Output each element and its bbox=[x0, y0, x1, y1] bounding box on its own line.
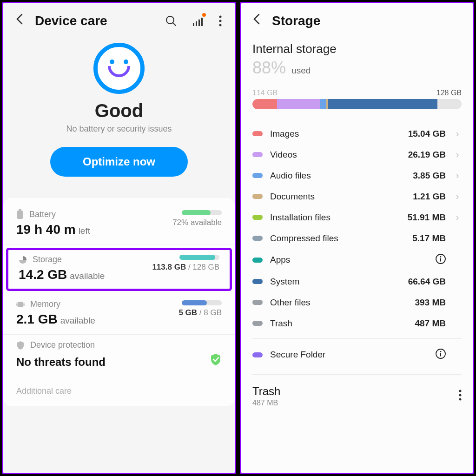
category-color-pill bbox=[252, 131, 263, 136]
category-color-pill bbox=[252, 173, 263, 178]
signal-icon[interactable] bbox=[192, 15, 204, 27]
category-name: Secure Folder bbox=[270, 350, 428, 360]
category-row[interactable]: Audio files3.85 GB› bbox=[252, 165, 462, 186]
chevron-right-icon: › bbox=[453, 191, 462, 202]
shield-check-icon bbox=[210, 353, 222, 368]
divider bbox=[252, 338, 462, 339]
back-icon[interactable] bbox=[252, 13, 262, 29]
category-name: Images bbox=[270, 129, 401, 139]
category-color-pill bbox=[252, 300, 263, 305]
bar-labels: 114 GB 128 GB bbox=[252, 89, 462, 97]
trash-section[interactable]: Trash 487 MB bbox=[252, 383, 462, 416]
category-color-pill bbox=[252, 194, 263, 199]
bar-used-label: 114 GB bbox=[252, 89, 278, 97]
category-name: Videos bbox=[270, 150, 401, 160]
svg-rect-3 bbox=[196, 21, 197, 26]
svg-rect-5 bbox=[201, 18, 203, 26]
chevron-right-icon: › bbox=[453, 149, 462, 160]
category-row[interactable]: Images15.04 GB› bbox=[252, 123, 462, 144]
shield-icon bbox=[16, 341, 25, 350]
header: Device care bbox=[3, 3, 235, 38]
more-icon[interactable] bbox=[459, 389, 462, 403]
storage-segment bbox=[277, 99, 320, 109]
category-name: Documents bbox=[270, 192, 405, 202]
category-color-pill bbox=[252, 279, 263, 284]
category-row[interactable]: Other files393 MB bbox=[252, 292, 462, 313]
category-name: Other files bbox=[270, 298, 407, 308]
protection-value: No threats found bbox=[16, 356, 106, 369]
category-row[interactable]: Compressed files5.17 MB bbox=[252, 228, 462, 249]
additional-care-label: Additional care bbox=[3, 376, 235, 406]
category-value: 66.64 GB bbox=[408, 277, 446, 287]
category-list: Images15.04 GB›Videos26.19 GB›Audio file… bbox=[252, 123, 462, 366]
storage-segment bbox=[328, 99, 437, 109]
category-row[interactable]: Documents1.21 GB› bbox=[252, 186, 462, 207]
bar-total-label: 128 GB bbox=[436, 89, 462, 97]
battery-row[interactable]: Battery 72% available 19 h 40 mleft bbox=[3, 204, 235, 245]
usage-percent: 88% bbox=[252, 58, 286, 78]
svg-point-24 bbox=[459, 390, 462, 392]
info-icon[interactable] bbox=[436, 254, 446, 266]
storage-bar bbox=[179, 255, 219, 260]
memory-unit: available bbox=[60, 316, 95, 325]
storage-meta: 113.8 GB / 128 GB bbox=[152, 263, 219, 272]
storage-unit: available bbox=[70, 271, 105, 281]
battery-label: Battery bbox=[29, 210, 56, 219]
more-icon[interactable] bbox=[219, 15, 222, 27]
category-value: 5.17 MB bbox=[412, 233, 446, 244]
storage-bar bbox=[252, 99, 462, 109]
category-row[interactable]: Trash487 MB bbox=[252, 313, 462, 334]
chevron-right-icon: › bbox=[453, 212, 462, 223]
protection-row[interactable]: Device protection No threats found bbox=[3, 335, 235, 376]
memory-icon bbox=[16, 300, 25, 309]
category-value: 1.21 GB bbox=[413, 192, 446, 202]
internal-storage-section: Internal storage 88% used 114 GB 128 GB … bbox=[241, 38, 473, 420]
status-subtitle: No battery or security issues bbox=[13, 124, 225, 134]
storage-value: 14.2 GB bbox=[19, 267, 67, 282]
storage-label: Storage bbox=[33, 255, 62, 264]
page-title: Device care bbox=[35, 13, 155, 28]
chevron-right-icon: › bbox=[453, 170, 462, 181]
storage-segment bbox=[320, 99, 326, 109]
optimize-button[interactable]: Optimize now bbox=[50, 147, 188, 177]
memory-meta: 5 GB / 8 GB bbox=[178, 308, 222, 317]
usage-percent-label: used bbox=[291, 66, 311, 76]
device-care-screen: Device care Goo bbox=[2, 2, 236, 474]
category-name: Installation files bbox=[270, 212, 400, 223]
status-title: Good bbox=[13, 100, 225, 121]
category-name: Compressed files bbox=[270, 233, 405, 244]
category-row[interactable]: Apps bbox=[252, 249, 462, 271]
svg-rect-23 bbox=[440, 353, 441, 357]
category-value: 26.19 GB bbox=[408, 150, 446, 160]
memory-row[interactable]: Memory 5 GB / 8 GB 2.1 GBavailable bbox=[3, 294, 235, 335]
back-icon[interactable] bbox=[15, 13, 25, 29]
category-color-pill bbox=[252, 352, 263, 357]
battery-value: 19 h 40 m bbox=[16, 222, 76, 237]
battery-unit: left bbox=[79, 226, 90, 236]
category-value: 15.04 GB bbox=[408, 129, 446, 139]
category-color-pill bbox=[252, 152, 263, 157]
svg-point-26 bbox=[459, 398, 462, 401]
category-value: 3.85 GB bbox=[413, 171, 446, 181]
search-icon[interactable] bbox=[165, 15, 177, 27]
category-name: Trash bbox=[270, 318, 407, 329]
category-row[interactable]: System66.64 GB bbox=[252, 271, 462, 292]
status-block: Good No battery or security issues Optim… bbox=[3, 38, 235, 177]
category-value: 393 MB bbox=[415, 298, 446, 308]
info-icon[interactable] bbox=[436, 349, 446, 361]
metrics-card: Battery 72% available 19 h 40 mleft Stor… bbox=[3, 198, 235, 406]
svg-line-1 bbox=[173, 23, 176, 26]
svg-rect-9 bbox=[17, 211, 23, 219]
storage-screen: Storage Internal storage 88% used 114 GB… bbox=[240, 2, 474, 474]
memory-value: 2.1 GB bbox=[16, 312, 58, 326]
category-row[interactable]: Installation files51.91 MB› bbox=[252, 207, 462, 228]
category-row[interactable]: Secure Folder bbox=[252, 344, 462, 366]
category-name: Apps bbox=[270, 255, 428, 265]
battery-bar bbox=[182, 210, 222, 215]
chevron-right-icon: › bbox=[453, 128, 462, 139]
trash-title: Trash bbox=[252, 385, 459, 398]
category-row[interactable]: Videos26.19 GB› bbox=[252, 144, 462, 165]
category-color-pill bbox=[252, 236, 263, 241]
category-name: System bbox=[270, 277, 401, 287]
storage-row[interactable]: Storage 113.8 GB / 128 GB 14.2 GBavailab… bbox=[6, 248, 232, 291]
